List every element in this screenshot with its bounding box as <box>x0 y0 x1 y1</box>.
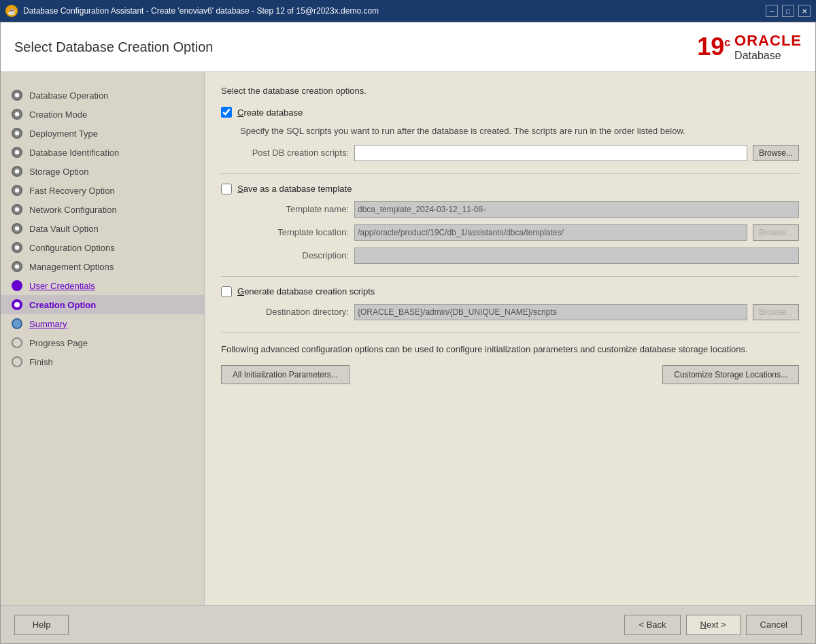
step-circle-finish <box>12 356 22 367</box>
sidebar-item-configuration-options: Configuration Options <box>1 238 204 257</box>
description-input <box>354 248 799 264</box>
main-window: Select Database Creation Option 19c ORAC… <box>0 22 816 644</box>
description-label: Description: <box>240 250 349 260</box>
template-location-label: Template location: <box>240 227 349 237</box>
app-icon: ☕ <box>5 5 18 17</box>
step-circle-fast-recovery <box>12 185 22 196</box>
instruction-text: Select the database creation options. <box>221 86 799 96</box>
footer-right: < Back Next > Cancel <box>624 615 802 635</box>
step-circle-config-options <box>12 242 22 253</box>
save-template-label[interactable]: Save as a database template <box>237 184 352 194</box>
sidebar: Database Operation Creation Mode Deploym… <box>1 72 205 605</box>
advanced-buttons: All Initialization Parameters... Customi… <box>221 365 799 384</box>
help-button[interactable]: Help <box>14 615 69 635</box>
step-circle-creation-option <box>12 299 22 310</box>
minimize-button[interactable]: ─ <box>766 5 778 17</box>
page-title: Select Database Creation Option <box>14 39 213 55</box>
create-db-row: Create database <box>221 107 799 118</box>
step-circle-user-cred <box>12 280 22 291</box>
content-area: Database Operation Creation Mode Deploym… <box>1 72 815 605</box>
description-group: Description: <box>221 248 799 264</box>
post-db-input[interactable] <box>354 145 747 161</box>
titlebar-title: Database Configuration Assistant - Creat… <box>23 6 760 16</box>
step-circle-management <box>12 261 22 272</box>
browse-button-3: Browse... <box>753 304 799 320</box>
customize-storage-button[interactable]: Customize Storage Locations... <box>662 365 799 384</box>
save-template-section: Save as a database template Template nam… <box>221 184 799 264</box>
divider-3 <box>221 333 799 333</box>
sidebar-item-database-operation: Database Operation <box>1 86 204 105</box>
template-location-group: Template location: Browse... <box>221 224 799 241</box>
oracle-brand: ORACLE <box>734 32 802 50</box>
sidebar-item-deployment-type: Deployment Type <box>1 124 204 143</box>
oracle-subtitle: Database <box>734 50 802 62</box>
browse-button-1[interactable]: Browse... <box>753 145 799 161</box>
step-circle-summary <box>12 318 22 329</box>
footer: Help < Back Next > Cancel <box>1 605 815 643</box>
step-circle-deployment-type <box>12 128 22 139</box>
close-button[interactable]: ✕ <box>798 5 811 17</box>
step-circle-progress <box>12 337 22 348</box>
main-panel: Select the database creation options. Cr… <box>205 72 815 605</box>
sidebar-item-network-configuration: Network Configuration <box>1 200 204 219</box>
generate-scripts-label[interactable]: Generate database creation scripts <box>237 286 375 296</box>
browse-button-2: Browse... <box>753 224 799 241</box>
template-name-group: Template name: <box>221 201 799 218</box>
sidebar-item-creation-mode: Creation Mode <box>1 105 204 124</box>
template-location-input <box>354 224 747 241</box>
sidebar-item-summary[interactable]: Summary <box>1 314 204 333</box>
create-db-checkbox[interactable] <box>221 107 232 118</box>
generate-scripts-section: Generate database creation scripts Desti… <box>221 286 799 320</box>
oracle-logo: 19c ORACLE Database <box>697 32 802 62</box>
sidebar-item-management-options: Management Options <box>1 257 204 276</box>
oracle-text: ORACLE Database <box>734 32 802 62</box>
create-db-label[interactable]: Create database <box>237 107 303 118</box>
step-circle-storage <box>12 166 22 177</box>
divider-2 <box>221 276 799 277</box>
sidebar-item-data-vault: Data Vault Option <box>1 219 204 238</box>
sidebar-item-finish: Finish <box>1 352 204 371</box>
window-header: Select Database Creation Option 19c ORAC… <box>1 22 815 72</box>
template-name-input <box>354 201 799 218</box>
sidebar-item-fast-recovery: Fast Recovery Option <box>1 181 204 200</box>
sidebar-item-database-identification: Database Identification <box>1 143 204 162</box>
advanced-description: Following advanced configuration options… <box>221 343 799 356</box>
step-circle-creation-mode <box>12 109 22 120</box>
dest-dir-group: Destination directory: Browse... <box>221 304 799 320</box>
back-button[interactable]: < Back <box>624 615 680 635</box>
titlebar: ☕ Database Configuration Assistant - Cre… <box>0 0 816 22</box>
next-button[interactable]: Next > <box>686 615 741 635</box>
post-db-row: Post DB creation scripts: Browse... <box>221 145 799 161</box>
init-params-button[interactable]: All Initialization Parameters... <box>221 365 350 384</box>
cancel-button[interactable]: Cancel <box>746 615 802 635</box>
step-circle-network <box>12 204 22 215</box>
generate-scripts-row: Generate database creation scripts <box>221 286 799 297</box>
create-db-section: Create database Specify the SQL scripts … <box>221 107 799 161</box>
step-circle-data-vault <box>12 223 22 234</box>
sidebar-item-user-credentials[interactable]: User Credentials <box>1 276 204 295</box>
sidebar-item-creation-option: Creation Option <box>1 295 204 314</box>
step-circle-database-operation <box>12 90 22 101</box>
window-controls: ─ □ ✕ <box>766 5 811 17</box>
advanced-section: Following advanced configuration options… <box>221 343 799 385</box>
save-template-checkbox[interactable] <box>221 184 232 194</box>
step-circle-db-id <box>12 147 22 158</box>
sidebar-item-progress-page: Progress Page <box>1 333 204 352</box>
sidebar-item-storage-option: Storage Option <box>1 162 204 181</box>
oracle-version: 19c <box>697 35 730 59</box>
dest-dir-label: Destination directory: <box>240 307 349 317</box>
post-db-label: Post DB creation scripts: <box>240 148 349 158</box>
create-db-description: Specify the SQL scripts you want to run … <box>221 124 799 138</box>
divider-1 <box>221 173 799 174</box>
save-template-row: Save as a database template <box>221 184 799 194</box>
footer-left: Help <box>14 615 69 635</box>
template-name-label: Template name: <box>240 204 349 214</box>
maximize-button[interactable]: □ <box>782 5 794 17</box>
dest-dir-input <box>354 304 747 320</box>
generate-scripts-checkbox[interactable] <box>221 286 232 297</box>
